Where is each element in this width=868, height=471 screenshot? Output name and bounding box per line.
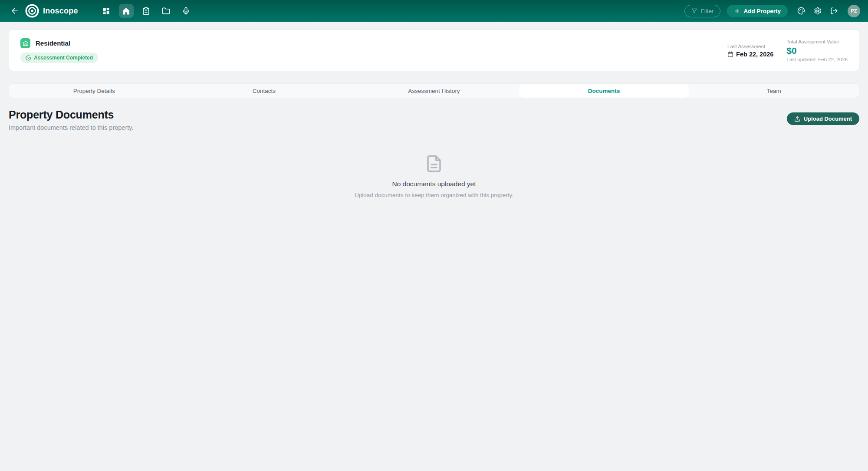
- last-assessment-block: Last Assessment Feb 22, 2026: [727, 44, 773, 58]
- top-navbar: Inoscope: [0, 0, 868, 22]
- theme-button[interactable]: [796, 6, 806, 16]
- primary-nav: [99, 4, 194, 18]
- arrow-left-icon: [10, 7, 19, 15]
- property-metrics: Last Assessment Feb 22, 2026 Total Asses…: [727, 39, 848, 62]
- tab-team[interactable]: Team: [689, 84, 859, 98]
- gear-icon: [814, 7, 822, 15]
- nav-assessments-button[interactable]: [139, 4, 154, 18]
- clipboard-icon: [142, 7, 150, 15]
- upload-document-button-label: Upload Document: [804, 115, 852, 122]
- empty-state-title: No documents uploaded yet: [392, 180, 476, 188]
- property-tab-bar: Property Details Contacts Assessment His…: [9, 83, 859, 98]
- home-icon: [122, 7, 130, 15]
- nav-documents-button[interactable]: [159, 4, 174, 18]
- upload-icon: [794, 116, 800, 122]
- tab-contacts[interactable]: Contacts: [179, 84, 349, 98]
- user-avatar[interactable]: PZ: [848, 5, 860, 17]
- logout-button[interactable]: [829, 6, 839, 16]
- total-assessment-block: Total Assessment Value $0 Last updated: …: [786, 39, 848, 62]
- tab-documents[interactable]: Documents: [519, 84, 689, 98]
- property-type-label: Residential: [36, 40, 70, 47]
- dashboard-icon: [102, 7, 110, 15]
- documents-section-header: Property Documents Important documents r…: [9, 109, 859, 131]
- brand-name: Inoscope: [43, 7, 78, 16]
- nav-dashboard-button[interactable]: [99, 4, 114, 18]
- tab-property-details[interactable]: Property Details: [9, 84, 179, 98]
- last-assessment-label: Last Assessment: [727, 44, 773, 49]
- filter-funnel-icon: [691, 8, 697, 14]
- status-badge-label: Assessment Completed: [34, 55, 93, 61]
- tab-assessment-history[interactable]: Assessment History: [349, 84, 519, 98]
- back-button[interactable]: [8, 4, 22, 18]
- filter-button-label: Filter: [700, 8, 713, 14]
- property-type-tile: [20, 38, 30, 48]
- palette-icon: [797, 7, 805, 15]
- total-value-label: Total Assessment Value: [786, 39, 848, 44]
- nav-voice-button[interactable]: [179, 4, 194, 18]
- upload-document-button[interactable]: Upload Document: [787, 112, 859, 125]
- file-text-icon: [425, 155, 443, 173]
- navbar-right: Filter Add Property: [684, 5, 860, 17]
- logout-icon: [830, 7, 838, 15]
- check-circle-icon: [26, 55, 31, 61]
- empty-state-subtitle: Upload documents to keep them organized …: [355, 192, 513, 198]
- calendar-icon: [727, 51, 733, 57]
- brand-logo[interactable]: Inoscope: [25, 4, 78, 18]
- house-icon: [23, 40, 29, 46]
- status-badge: Assessment Completed: [20, 53, 98, 63]
- documents-empty-state: No documents uploaded yet Upload documen…: [0, 155, 868, 198]
- nav-home-button[interactable]: [119, 4, 134, 18]
- settings-button[interactable]: [812, 6, 823, 16]
- add-property-button[interactable]: Add Property: [727, 5, 788, 17]
- page-subtitle: Important documents related to this prop…: [9, 124, 133, 131]
- filter-button[interactable]: Filter: [684, 5, 720, 17]
- inoscope-logo-icon: [25, 4, 39, 18]
- last-updated-text: Last updated: Feb 22, 2026: [786, 57, 848, 62]
- microphone-icon: [182, 7, 190, 15]
- last-assessment-date: Feb 22, 2026: [736, 51, 773, 58]
- folder-icon: [162, 7, 170, 15]
- plus-icon: [734, 8, 740, 14]
- page-title: Property Documents: [9, 109, 133, 121]
- property-summary-card: Residential Assessment Completed Last As…: [9, 30, 859, 71]
- property-identity: Residential Assessment Completed: [20, 38, 98, 63]
- total-assessment-value: $0: [786, 46, 848, 56]
- add-property-button-label: Add Property: [743, 8, 781, 14]
- navbar-tools: [796, 6, 839, 16]
